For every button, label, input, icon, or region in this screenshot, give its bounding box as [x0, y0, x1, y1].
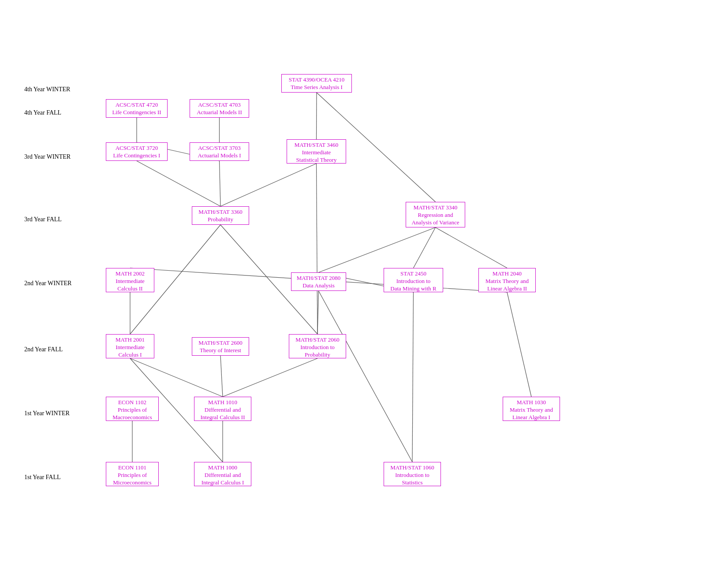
course-box-acscstat4703: ACSC/STAT 4703Actuarial Models II — [190, 99, 249, 118]
year-label-y2w: 2nd Year WINTER — [24, 280, 71, 287]
course-box-mathstat1060: MATH/STAT 1060Introduction toStatistics — [384, 462, 441, 486]
course-box-stat4390: STAT 4390/OCEA 4210Time Series Analysis … — [281, 74, 352, 93]
connection-mathstat1060-stat2450 — [412, 292, 414, 462]
course-box-mathstat2600: MATH/STAT 2600Theory of Interest — [192, 337, 249, 356]
connection-math2040-mathstat3340 — [436, 227, 508, 268]
year-label-y3f: 3rd Year FALL — [24, 216, 62, 223]
connection-mathstat3360-mathstat3460 — [220, 164, 317, 206]
course-box-mathstat3360: MATH/STAT 3360Probability — [192, 206, 249, 225]
year-label-y3w: 3rd Year WINTER — [24, 153, 71, 160]
course-box-stat2450: STAT 2450Introduction toData Mining with… — [384, 268, 443, 292]
course-box-acscstat4720: ACSC/STAT 4720Life Contingencies II — [106, 99, 168, 118]
year-label-y1f: 1st Year FALL — [24, 474, 61, 481]
course-box-math1030: MATH 1030Matrix Theory andLinear Algebra… — [503, 397, 560, 421]
connection-mathstat1060-mathstat2080 — [319, 291, 413, 462]
course-box-mathstat2080: MATH/STAT 2080Data Analysis — [291, 272, 346, 291]
connection-math1010-mathstat2600 — [220, 356, 223, 397]
course-box-math1000: MATH 1000Differential andIntegral Calcul… — [194, 462, 251, 486]
year-label-y1w: 1st Year WINTER — [24, 410, 70, 417]
connection-mathstat3360-acscstat3703 — [220, 161, 221, 206]
connection-mathstat2080-mathstat3340 — [319, 227, 436, 272]
connection-math1010-mathstat2060 — [223, 358, 317, 397]
course-box-econ1102: ECON 1102Principles ofMacroeconomics — [106, 397, 159, 421]
connection-mathstat3460-stat4390 — [317, 93, 317, 139]
course-box-acscstat3703: ACSC/STAT 3703Actuarial Models I — [190, 142, 249, 161]
connection-mathstat2060-mathstat2080 — [317, 291, 319, 334]
course-box-math1010: MATH 1010Differential andIntegral Calcul… — [194, 397, 251, 421]
connection-mathstat3360-acscstat3720 — [137, 161, 220, 206]
course-box-math2002: MATH 2002IntermediateCalculus II — [106, 268, 154, 292]
year-label-y4w: 4th Year WINTER — [24, 86, 70, 93]
connection-stat2450-mathstat3340 — [414, 227, 436, 268]
course-box-econ1101: ECON 1101Principles ofMicroeconomics — [106, 462, 159, 486]
connection-math1030-math2040 — [507, 292, 531, 397]
connection-mathstat2060-mathstat3460 — [317, 164, 318, 334]
course-box-mathstat3460: MATH/STAT 3460IntermediateStatistical Th… — [287, 139, 346, 164]
course-box-mathstat2060: MATH/STAT 2060Introduction toProbability — [289, 334, 346, 358]
course-box-acscstat3720: ACSC/STAT 3720Life Contingencies I — [106, 142, 168, 161]
course-box-mathstat3340: MATH/STAT 3340Regression andAnalysis of … — [406, 202, 465, 227]
year-label-y4f: 4th Year FALL — [24, 109, 61, 116]
year-label-y2f: 2nd Year FALL — [24, 346, 63, 353]
course-box-math2001: MATH 2001IntermediateCalculus I — [106, 334, 154, 358]
connection-math1010-math2001 — [130, 358, 223, 397]
course-box-math2040: MATH 2040Matrix Theory andLinear Algebra… — [478, 268, 536, 292]
